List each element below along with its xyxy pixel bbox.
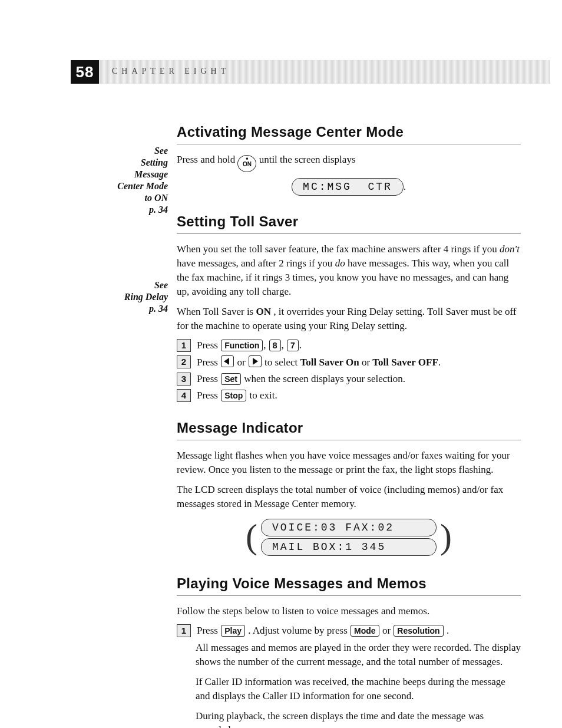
t: . [447, 625, 449, 636]
section-message-indicator: Message Indicator Message light flashes … [177, 420, 521, 558]
t: When you set the toll saver feature, the… [177, 243, 500, 255]
on-button-icon: ON [237, 155, 256, 172]
t: Press [197, 390, 220, 401]
t: or [382, 625, 393, 636]
t: Press and hold [177, 154, 237, 165]
t: p. 34 [149, 205, 168, 215]
heading: Message Indicator [177, 420, 521, 436]
t: , [263, 340, 269, 351]
t: . Adjust volume by press [248, 625, 350, 636]
keycap-function: Function [221, 340, 263, 351]
t: Press [197, 357, 220, 368]
lcd-line-1: VOICE:03 FAX:02 [261, 519, 437, 536]
t: or [362, 357, 372, 368]
heading: Setting Toll Saver [177, 213, 521, 230]
rule [177, 233, 521, 234]
step-text: Press or to select Toll Saver On or Toll… [197, 355, 441, 369]
lcd-line-2: MAIL BOX:1 345 [261, 538, 437, 556]
step-number-icon: 3 [177, 373, 191, 386]
t: Press [197, 340, 220, 351]
paragraph: All messages and memos are played in the… [196, 641, 521, 669]
paren-right-icon: ) [440, 522, 452, 551]
t: until the screen displays [259, 154, 356, 165]
keycap-set: Set [221, 373, 241, 385]
paragraph: The LCD screen displays the total number… [177, 483, 521, 511]
section-toll-saver: Setting Toll Saver When you set the toll… [177, 213, 521, 402]
paren-left-icon: ( [246, 522, 257, 551]
b: Toll Saver On [300, 357, 359, 368]
lcd-text: MC:MSG CTR [292, 178, 404, 196]
step-3: 3 Press Set when the screen displays you… [177, 373, 521, 386]
t: Ring Delay [124, 292, 168, 302]
keycap-resolution: Resolution [394, 625, 443, 637]
t: to select [265, 357, 300, 368]
left-arrow-keycap-icon [221, 355, 234, 367]
page-number: 58 [71, 60, 99, 84]
chapter-label: CHAPTER EIGHT [112, 66, 230, 77]
step-2: 2 Press or to select Toll Saver On or To… [177, 355, 521, 369]
b: Toll Saver OFF [372, 357, 438, 368]
rule [177, 440, 521, 440]
keycap-play: Play [221, 625, 245, 637]
t: to exit. [250, 390, 277, 401]
heading: Activating Message Center Mode [177, 124, 521, 140]
t: . [299, 340, 302, 351]
paragraph: Message light flashes when you have voic… [177, 449, 521, 477]
sidebar-note-1: See Setting Message Center Mode to ON p.… [97, 145, 168, 216]
step-1: 1 Press Function, 8, 7. [177, 339, 521, 352]
heading: Playing Voice Messages and Memos [177, 575, 521, 592]
t: . [438, 357, 441, 368]
main-content: Activating Message Center Mode Press and… [177, 124, 521, 728]
manual-page: 58 CHAPTER EIGHT See Setting Message Cen… [0, 0, 562, 728]
t: Press [197, 373, 220, 384]
t: have messages, and after 2 rings if you [177, 258, 335, 269]
t: When Toll Saver is [177, 306, 256, 317]
paragraph: Follow the steps below to listen to voic… [177, 604, 521, 618]
paragraph: When you set the toll saver feature, the… [177, 242, 521, 299]
step-text: Press Play . Adjust volume by press Mode… [197, 624, 449, 637]
step-number-icon: 1 [177, 624, 191, 637]
section-playing-voice: Playing Voice Messages and Memos Follow … [177, 575, 521, 728]
paragraph: If Caller ID information was received, t… [196, 675, 521, 703]
t: when the screen displays your selection. [244, 373, 405, 384]
step-number-icon: 1 [177, 339, 191, 352]
t: Message [134, 169, 168, 179]
t: ON [243, 161, 252, 167]
rule [177, 144, 521, 144]
paragraph: When Toll Saver is ON , it overrides you… [177, 305, 521, 333]
sidebar-note-2: See Ring Delay p. 34 [97, 279, 168, 315]
lcd-dual: ( VOICE:03 FAX:02 MAIL BOX:1 345 ) [177, 517, 521, 558]
right-arrow-keycap-icon [249, 355, 262, 367]
step-text: Press Stop to exit. [197, 389, 277, 402]
t: Press [197, 625, 220, 636]
step-number-icon: 4 [177, 389, 191, 402]
b: ON [256, 306, 271, 317]
section-activating: Activating Message Center Mode Press and… [177, 124, 521, 196]
t: p. 34 [149, 304, 168, 314]
paragraph: During playback, the screen displays the… [196, 709, 521, 728]
t: Center Mode [117, 181, 168, 191]
t: , [282, 340, 287, 351]
keycap-stop: Stop [221, 390, 246, 401]
lcd-display: MC:MSG CTR. [177, 178, 521, 196]
t: to ON [144, 193, 168, 203]
keycap-mode: Mode [351, 625, 379, 637]
t: or [237, 357, 247, 368]
paragraph: Press and hold ON until the screen displ… [177, 153, 521, 172]
t: See [154, 146, 168, 156]
t: Setting [141, 157, 168, 167]
step-number-icon: 2 [177, 355, 191, 368]
step-text: Press Function, 8, 7. [197, 339, 302, 352]
em: don't [500, 243, 520, 255]
dot-icon [238, 156, 256, 161]
rule [177, 595, 521, 596]
keycap-7: 7 [287, 340, 299, 351]
em: do [335, 258, 345, 269]
step-1: 1 Press Play . Adjust volume by press Mo… [177, 624, 521, 637]
step-text: Press Set when the screen displays your … [197, 373, 405, 386]
keycap-8: 8 [269, 340, 281, 351]
step-4: 4 Press Stop to exit. [177, 389, 521, 402]
t: See [154, 280, 168, 290]
